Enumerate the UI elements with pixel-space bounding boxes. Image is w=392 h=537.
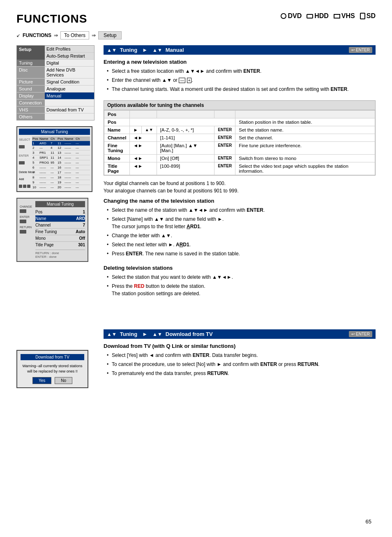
- entering-station-title: Entering a new television station: [104, 59, 376, 65]
- left-spacer: [16, 268, 95, 350]
- right-column: ▲▼ Tuning ► ▲▼ Manual ↩ ENTER Entering a…: [101, 45, 376, 394]
- opt-fine-range: [Auto] [Man.] ▲▼ [Man.]: [157, 142, 214, 155]
- download-section-title: Download from TV (with Q Link or similar…: [104, 343, 376, 349]
- menu-val-connection: [45, 100, 94, 106]
- opt-mono-enter: ENTER: [214, 155, 235, 162]
- r1-ch2: ---: [76, 146, 82, 150]
- r1-pos1: 2: [32, 146, 39, 150]
- opt-title-enter: ENTER: [214, 162, 235, 175]
- change-bullet-2: Change the letter with ▲▼.: [107, 232, 376, 239]
- menu-val-vhs: Download from TV: [45, 106, 94, 113]
- hdd-icon: [307, 14, 313, 19]
- download-screen-box: Download from TV Warning--all currently …: [16, 350, 88, 388]
- manual-tuning-screen-box: Manual Tuning SELECT ENTER Delete Move A…: [16, 126, 92, 192]
- menu-label-display: Display: [17, 93, 45, 99]
- breadcrumb-to-others: To Others: [60, 31, 89, 39]
- tuning-enter-badge: ↩ ENTER: [349, 47, 372, 53]
- menu-val-picture: Signal Condition: [45, 79, 94, 85]
- detail-row-channel: Channel 7: [35, 222, 85, 229]
- options-table-header-row: Pos: [104, 111, 375, 118]
- opt-name-desc: Set the station name.: [235, 126, 375, 134]
- ctrl-enter-label: ENTER: [19, 154, 30, 157]
- analogue-note: Your digital channels can be found at po…: [104, 180, 376, 194]
- left-column: Setup Edit Profiles Auto-Setup Restart T…: [16, 45, 95, 394]
- tuning-table-row-0: 1 ARD 7 11 ------ ---: [32, 141, 90, 146]
- options-table-wrapper: Options available for tuning the channel…: [104, 100, 376, 176]
- dl-nav-label: Tuning: [120, 331, 137, 337]
- dvd-label: DVD: [288, 12, 302, 20]
- opt-mono-label: Mono: [104, 155, 130, 162]
- tuning-table-row-9: 10 ------ --- 20 ------ ---: [32, 185, 90, 190]
- menu-val-display: Manual: [45, 93, 94, 99]
- tuning-nav-manual-label: Manual: [166, 47, 184, 53]
- detail-channel-val: 7: [83, 223, 85, 227]
- r1-name2: ------: [65, 146, 75, 150]
- tuning-table-row-4: 5 PROG 95 15 ------ ---: [32, 160, 90, 165]
- tuning-nav-arrows2: ▲▼: [152, 47, 162, 53]
- download-section: Download from TV (with Q Link or similar…: [104, 343, 376, 377]
- breadcrumb: ↙ FUNCTIONS ⇒ To Others ⇒ Setup: [16, 31, 376, 39]
- opt-name-label: Name: [104, 126, 130, 134]
- opt-pos-desc: Station position in the station table.: [235, 118, 375, 126]
- opt-name-updown: ▲▼: [141, 126, 157, 134]
- change-bullet-3: Select the next letter with ►. ARD1.: [107, 241, 376, 248]
- menu-label-tuning: Tuning: [17, 60, 45, 66]
- delete-bullet-0: Select the station that you want to dele…: [107, 273, 376, 281]
- download-no-button[interactable]: No: [55, 377, 72, 384]
- detail-return-label: RETURN: [20, 226, 33, 229]
- dl-bullet-1: To cancel the procedure, use to select […: [107, 361, 376, 368]
- menu-label-others: Others: [17, 113, 45, 120]
- opt-channel-enter: ENTER: [214, 134, 235, 142]
- options-row-mono: Mono ◄► [On] [Off] ENTER Switch from ste…: [104, 155, 375, 162]
- download-enter-badge: ↩ ENTER: [349, 331, 372, 337]
- menu-val-others: [45, 113, 94, 120]
- dl-bullet-2: To prematurely end the data transfer, pr…: [107, 370, 376, 377]
- r2-name1: PR1: [39, 151, 50, 155]
- menu-label-picture: Picture: [17, 79, 45, 85]
- menu-top-item-auto: Auto-Setup Restart: [45, 53, 94, 60]
- download-yes-button[interactable]: Yes: [32, 377, 51, 384]
- sd-icon: [360, 13, 365, 19]
- breadcrumb-functions-label: FUNCTIONS: [23, 32, 51, 38]
- opt-title-desc: Select the video text page which supplie…: [235, 162, 375, 175]
- opt-mono-desc: Switch from stereo to mono: [235, 155, 375, 162]
- options-table-caption: Options available for tuning the channel…: [104, 101, 375, 110]
- setup-menu-box: Setup Edit Profiles Auto-Setup Restart T…: [16, 45, 95, 120]
- change-bullet-1: Select [Name] with ▲▼ and the name field…: [107, 215, 376, 230]
- col-ch2: Ch: [76, 137, 82, 141]
- menu-label-disc: Disc: [17, 67, 45, 78]
- tuning-table-header: Pos Name Ch Pos Name Ch: [32, 137, 90, 141]
- vhs-icon: [334, 14, 340, 19]
- opt-title-arrow: ◄►: [130, 162, 157, 175]
- breadcrumb-arrow-2: ⇒: [92, 32, 96, 38]
- detail-screen-title: Manual Tuning: [35, 201, 85, 207]
- r2-pos1: 3: [32, 151, 39, 155]
- entering-station-bullets: Select a free station location with ▲▼◄►…: [104, 67, 376, 93]
- col-pos1: Pos: [32, 137, 39, 141]
- manual-tuning-screen-body: SELECT ENTER Delete Move Add: [19, 137, 90, 190]
- header-name: [130, 111, 157, 118]
- menu-val-sound: Analogue: [45, 86, 94, 92]
- detail-title-page-val: 301: [78, 243, 85, 247]
- detail-enter-hint: ENTER : done: [35, 255, 85, 259]
- detail-enter-label: ENTER: [20, 215, 33, 218]
- detail-bottom-hints: RETURN : done ENTER : done: [35, 250, 85, 259]
- detail-fine-key: Fine Tuning: [35, 229, 57, 234]
- opt-mono-range: [On] [Off]: [157, 155, 214, 162]
- menu-row-sound: Sound Analogue: [17, 86, 94, 93]
- changing-name-title: Changing the name of the television stat…: [104, 198, 376, 204]
- tuning-nav-bar: ▲▼ Tuning ► ▲▼ Manual ↩ ENTER: [104, 45, 376, 55]
- page-title: FUNCTIONS: [16, 12, 87, 25]
- col-name1: Name: [39, 137, 50, 141]
- r0-name2: ------: [65, 141, 75, 145]
- ctrl-icon-3: [27, 185, 30, 188]
- breadcrumb-arrow-1: ⇒: [54, 32, 58, 38]
- ctrl-enter-btn: [19, 161, 25, 164]
- tuning-nav-arrows1: ▲▼: [107, 47, 117, 53]
- analogue-line1: Your digital channels can be found at po…: [104, 180, 376, 187]
- detail-mono-val: Off: [79, 236, 85, 241]
- breadcrumb-setup: Setup: [98, 31, 122, 39]
- r2-ch2: ---: [76, 151, 82, 155]
- menu-top-item-edit: Edit Profiles: [45, 46, 94, 53]
- vhs-icon-group: VHS: [334, 12, 355, 20]
